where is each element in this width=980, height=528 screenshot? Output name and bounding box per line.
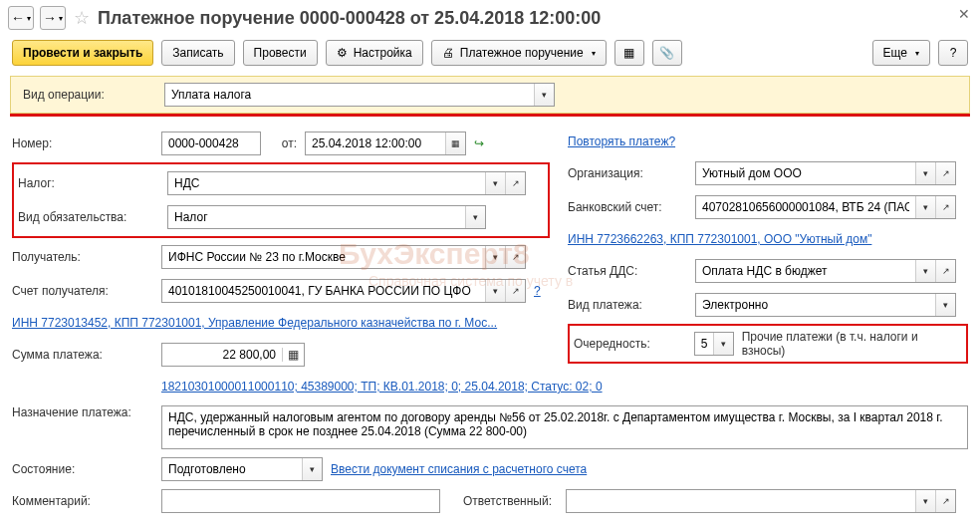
page-title: Платежное поручение 0000-000428 от 25.04…: [98, 8, 601, 29]
tax-combo[interactable]: ▾ ↗: [167, 171, 526, 195]
number-label: Номер:: [12, 136, 153, 150]
layout-icon: ▦: [623, 46, 634, 60]
state-label: Состояние:: [12, 462, 153, 476]
paperclip-icon: 📎: [659, 46, 674, 60]
obligation-label: Вид обязательства:: [18, 210, 159, 224]
comment-label: Комментарий:: [12, 494, 153, 508]
chevron-down-icon[interactable]: ▾: [915, 162, 935, 184]
comment-input[interactable]: [161, 489, 440, 513]
obligation-combo[interactable]: ▾: [167, 205, 486, 229]
open-icon[interactable]: ↗: [505, 280, 525, 302]
responsible-label: Ответственный:: [448, 494, 558, 508]
post-button[interactable]: Провести: [243, 40, 318, 66]
dds-label: Статья ДДС:: [568, 264, 687, 278]
purpose-textarea[interactable]: НДС, удержанный налоговым агентом по дог…: [161, 405, 968, 449]
recipient-combo[interactable]: ▾ ↗: [161, 245, 526, 269]
bank-account-combo[interactable]: ▾ ↗: [695, 195, 956, 219]
kbk-details-link[interactable]: 18210301000011000110; 45389000; ТП; КВ.0…: [161, 380, 603, 394]
highlight-underline: [10, 114, 970, 117]
back-button[interactable]: ←▾: [8, 6, 34, 30]
open-icon[interactable]: ↗: [935, 196, 955, 218]
order-label: Очередность:: [574, 337, 686, 351]
state-combo[interactable]: ▾: [161, 457, 323, 481]
chevron-down-icon[interactable]: ▾: [485, 280, 505, 302]
chevron-down-icon[interactable]: ▾: [935, 294, 955, 316]
tax-highlight-box: Налог: ▾ ↗ Вид обязательства: ▾: [12, 162, 550, 238]
open-icon[interactable]: ↗: [935, 162, 955, 184]
open-icon[interactable]: ↗: [505, 246, 525, 268]
order-combo[interactable]: ▾: [694, 332, 734, 356]
chevron-down-icon[interactable]: ▾: [915, 196, 935, 218]
close-button[interactable]: ✕: [958, 6, 970, 22]
org-details-link[interactable]: ИНН 7723662263, КПП 772301001, ООО "Уютн…: [568, 232, 871, 246]
calendar-icon[interactable]: ▦: [445, 132, 465, 154]
chevron-down-icon[interactable]: ▾: [915, 490, 935, 512]
order-highlight-box: Очередность: ▾ Прочие платежи (в т.ч. на…: [568, 324, 968, 364]
date-input[interactable]: ▦: [305, 132, 466, 155]
attach-button[interactable]: 📎: [652, 40, 682, 66]
printer-icon: 🖨: [442, 46, 454, 60]
layout-button[interactable]: ▦: [614, 40, 644, 66]
order-description: Прочие платежи (в т.ч. налоги и взносы): [742, 330, 962, 358]
print-button[interactable]: 🖨 Платежное поручение ▾: [431, 40, 607, 66]
organization-label: Организация:: [568, 166, 687, 180]
payment-type-label: Вид платежа:: [568, 298, 687, 312]
account-help-link[interactable]: ?: [534, 284, 541, 298]
open-icon[interactable]: ↗: [935, 260, 955, 282]
forward-button[interactable]: →▾: [40, 6, 66, 30]
payment-type-combo[interactable]: ▾: [695, 293, 956, 317]
settings-button[interactable]: ⚙ Настройка: [326, 40, 423, 66]
number-input[interactable]: [161, 132, 261, 155]
bank-account-label: Банковский счет:: [568, 200, 687, 214]
gear-icon: ⚙: [337, 46, 348, 60]
chevron-down-icon[interactable]: ▾: [534, 84, 554, 106]
chevron-down-icon[interactable]: ▾: [465, 206, 485, 228]
calculator-icon[interactable]: ▦: [282, 348, 304, 362]
from-label: от:: [269, 136, 297, 150]
chevron-down-icon[interactable]: ▾: [302, 458, 322, 480]
payment-sum-input[interactable]: ▦: [161, 343, 305, 367]
payment-sum-label: Сумма платежа:: [12, 348, 153, 362]
chevron-down-icon[interactable]: ▾: [915, 260, 935, 282]
open-icon[interactable]: ↗: [935, 490, 955, 512]
operation-type-combo[interactable]: ▾: [164, 83, 555, 107]
recipient-label: Получатель:: [12, 250, 153, 264]
responsible-combo[interactable]: ▾ ↗: [566, 489, 956, 513]
recipient-account-combo[interactable]: ▾ ↗: [161, 279, 526, 303]
more-button[interactable]: Еще▾: [872, 40, 930, 66]
processed-icon: ↪: [474, 136, 484, 150]
purpose-label: Назначение платежа:: [12, 405, 153, 419]
chevron-down-icon[interactable]: ▾: [485, 172, 505, 194]
enter-debit-link[interactable]: Ввести документ списания с расчетного сч…: [331, 462, 587, 476]
chevron-down-icon[interactable]: ▾: [713, 333, 733, 355]
repeat-payment-link[interactable]: Повторять платеж?: [568, 134, 675, 148]
recipient-account-label: Счет получателя:: [12, 284, 153, 298]
dds-combo[interactable]: ▾ ↗: [695, 259, 956, 283]
organization-combo[interactable]: ▾ ↗: [695, 161, 956, 185]
operation-type-input[interactable]: [165, 84, 534, 106]
post-and-close-button[interactable]: Провести и закрыть: [12, 40, 153, 66]
tax-label: Налог:: [18, 176, 159, 190]
open-icon[interactable]: ↗: [505, 172, 525, 194]
recipient-details-link[interactable]: ИНН 7723013452, КПП 772301001, Управлени…: [12, 316, 497, 330]
favorite-icon[interactable]: ☆: [72, 8, 92, 28]
help-button[interactable]: ?: [938, 40, 968, 66]
save-button[interactable]: Записать: [161, 40, 234, 66]
chevron-down-icon[interactable]: ▾: [485, 246, 505, 268]
operation-type-label: Вид операции:: [23, 88, 164, 102]
